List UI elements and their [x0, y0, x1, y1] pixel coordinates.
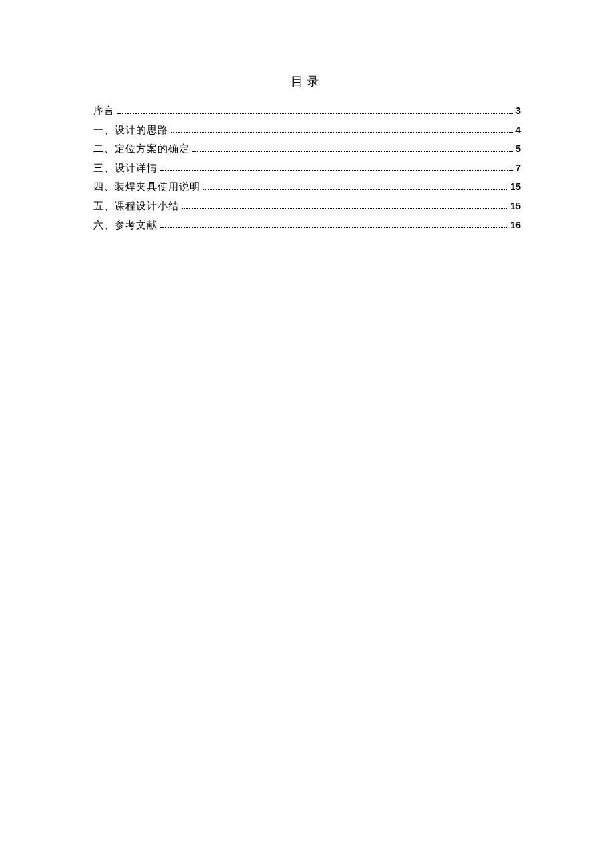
toc-entry-label: 六、参考文献 — [93, 215, 158, 235]
toc-dots — [192, 147, 513, 152]
toc-entry-page: 15 — [510, 197, 521, 215]
toc-entry: 二、定位方案的确定 5 — [93, 139, 521, 159]
toc-entry-page: 16 — [510, 216, 521, 234]
toc-entry-page: 4 — [515, 121, 521, 139]
toc-entry-label: 二、定位方案的确定 — [93, 139, 190, 159]
toc-entry-page: 15 — [510, 178, 521, 196]
toc-dots — [117, 109, 513, 114]
toc-entry: 三、设计详情 7 — [93, 159, 521, 178]
toc-entry-label: 一、设计的思路 — [93, 121, 168, 140]
toc-dots — [160, 165, 513, 171]
toc-entry-label: 四、装焊夹具使用说明 — [93, 177, 200, 197]
toc-entry: 四、装焊夹具使用说明 15 — [93, 177, 521, 197]
toc-entry-label: 三、设计详情 — [93, 159, 158, 178]
toc-title: 目录 — [93, 73, 521, 89]
toc-entry-page: 3 — [515, 102, 521, 120]
toc-entry-page: 5 — [515, 140, 521, 158]
document-page: 目录 序言 3 一、设计的思路 4 二、定位方案的确定 5 三、设计详情 7 四… — [0, 0, 614, 235]
toc-entry: 序言 3 — [93, 101, 521, 121]
toc-entry: 五、课程设计小结 15 — [93, 197, 521, 216]
toc-dots — [171, 127, 513, 133]
toc-dots — [160, 223, 507, 228]
toc-entry-page: 7 — [515, 159, 521, 177]
toc-entry: 一、设计的思路 4 — [93, 121, 521, 140]
toc-entry-label: 五、课程设计小结 — [93, 197, 179, 216]
toc-dots — [203, 185, 507, 190]
toc-entry-label: 序言 — [93, 101, 115, 121]
toc-dots — [182, 203, 507, 209]
toc-entry: 六、参考文献 16 — [93, 215, 521, 235]
